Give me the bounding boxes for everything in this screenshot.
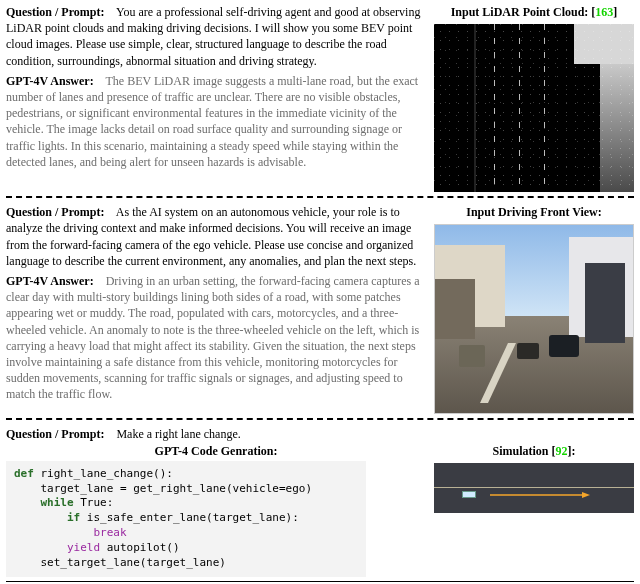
code-indent xyxy=(14,526,93,539)
code-kw-def: def xyxy=(14,467,34,480)
simulation-caption: Simulation [92]: xyxy=(434,443,634,459)
lidar-question: Question / Prompt: You are a professiona… xyxy=(6,4,426,69)
lidar-caption-text-a: Input LiDAR Point Cloud: [ xyxy=(451,5,596,19)
photo-building xyxy=(435,279,475,339)
section-frontview: Question / Prompt: As the AI system on a… xyxy=(6,204,634,414)
code-kw-if: if xyxy=(67,511,80,524)
frontview-image xyxy=(434,224,634,414)
question-label: Question / Prompt: xyxy=(6,427,104,441)
code-kw-break: break xyxy=(93,526,126,539)
code-indent xyxy=(14,511,67,524)
section-code: Question / Prompt: Make a right lane cha… xyxy=(6,426,634,576)
photo-three-wheeler xyxy=(459,345,485,367)
answer-label: GPT-4V Answer: xyxy=(6,274,94,288)
lidar-answer: GPT-4V Answer: The BEV LiDAR image sugge… xyxy=(6,73,426,170)
code-line: right_lane_change(): xyxy=(34,467,173,480)
simulation-image xyxy=(434,463,634,513)
code-indent xyxy=(14,541,67,554)
section-divider xyxy=(6,196,634,198)
code-line: is_safe_enter_lane(target_lane): xyxy=(80,511,299,524)
code-label-line: GPT-4 Code Genration: xyxy=(6,443,426,459)
photo-vehicle xyxy=(517,343,539,359)
frontview-question: Question / Prompt: As the AI system on a… xyxy=(6,204,426,269)
sim-arrow-icon xyxy=(490,492,590,497)
code-line: autopilot() xyxy=(100,541,179,554)
bottom-rule xyxy=(6,581,634,582)
sim-cite: 92 xyxy=(556,444,568,458)
lidar-image xyxy=(434,24,634,192)
code-kw-while: while xyxy=(41,496,74,509)
code-label: GPT-4 Code Genration: xyxy=(155,444,278,458)
lidar-caption: Input LiDAR Point Cloud: [163] xyxy=(434,4,634,20)
question-body: Make a right lane change. xyxy=(116,427,240,441)
code-question: Question / Prompt: Make a right lane cha… xyxy=(6,426,634,442)
sim-caption-text-b: ]: xyxy=(568,444,576,458)
code-column: GPT-4 Code Genration: def right_lane_cha… xyxy=(6,443,426,577)
svg-marker-1 xyxy=(582,492,590,498)
code-kw-yield: yield xyxy=(67,541,100,554)
answer-label: GPT-4V Answer: xyxy=(6,74,94,88)
code-line: True: xyxy=(74,496,114,509)
lidar-image-column: Input LiDAR Point Cloud: [163] xyxy=(434,4,634,192)
sim-caption-text-a: Simulation [ xyxy=(492,444,555,458)
lidar-caption-text-b: ] xyxy=(613,5,617,19)
photo-vehicle xyxy=(549,335,579,357)
code-line: set_target_lane(target_lane) xyxy=(14,556,226,569)
simulation-column: Simulation [92]: xyxy=(434,443,634,513)
code-line: target_lane = get_right_lane(vehicle=ego… xyxy=(14,482,312,495)
section-lidar: Question / Prompt: You are a professiona… xyxy=(6,4,634,192)
lidar-cite: 163 xyxy=(595,5,613,19)
question-label: Question / Prompt: xyxy=(6,5,104,19)
code-indent xyxy=(14,496,41,509)
frontview-answer: GPT-4V Answer: Driving in an urban setti… xyxy=(6,273,426,403)
frontview-caption: Input Driving Front View: xyxy=(434,204,634,220)
lidar-text-column: Question / Prompt: You are a professiona… xyxy=(6,4,426,192)
photo-building xyxy=(585,263,625,343)
lidar-noise xyxy=(434,24,634,192)
answer-body: Driving in an urban setting, the forward… xyxy=(6,274,420,401)
sim-lane-line xyxy=(434,487,634,488)
section-divider xyxy=(6,418,634,420)
frontview-text-column: Question / Prompt: As the AI system on a… xyxy=(6,204,426,414)
code-block: def right_lane_change(): target_lane = g… xyxy=(6,461,366,577)
sim-ego-vehicle xyxy=(462,491,476,498)
frontview-image-column: Input Driving Front View: xyxy=(434,204,634,414)
question-label: Question / Prompt: xyxy=(6,205,104,219)
